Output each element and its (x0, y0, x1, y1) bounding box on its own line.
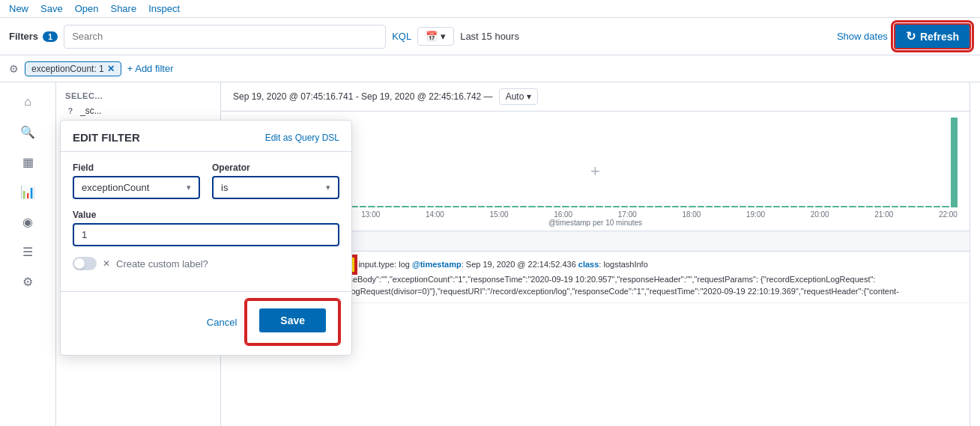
chart-bar (562, 206, 569, 207)
modal-title: EDIT FILTER (73, 131, 140, 144)
refresh-button[interactable]: ↻ Refresh (894, 23, 971, 49)
left-sidebar: ⌂ 🔍 ▦ 📊 ◉ ☰ ⚙ (0, 82, 56, 426)
chevron-down-icon: ▾ (441, 31, 446, 42)
sidebar-visualize-icon[interactable]: 📊 (14, 178, 41, 205)
modal-body: Field exceptionCount ▾ Operator is ▾ (61, 152, 351, 291)
nav-open[interactable]: Open (75, 3, 99, 14)
filter-bar: Filters 1 KQL 📅 ▾ Last 15 hours Show dat… (0, 18, 980, 55)
chart-bar (698, 206, 704, 207)
sidebar-settings-icon[interactable]: ⚙ (14, 268, 41, 295)
sidebar-ml-icon[interactable]: ☰ (14, 238, 41, 265)
calendar-icon: 📅 (426, 31, 438, 42)
chart-bar (419, 206, 426, 207)
auto-chevron-icon: ▾ (527, 91, 531, 102)
chart-bar (883, 206, 889, 207)
chart-bar (781, 206, 788, 207)
chart-bar (545, 206, 552, 207)
chart-bar (664, 206, 671, 207)
field-item[interactable]: ? _sc... (56, 103, 220, 118)
chart-bar (773, 206, 780, 207)
nav-new[interactable]: New (9, 3, 28, 14)
chart-bar (587, 206, 594, 207)
chart-bar (858, 206, 865, 207)
chart-bar (655, 206, 662, 207)
chart-bar (689, 206, 695, 207)
chart-bar (824, 206, 831, 207)
cancel-button[interactable]: Cancel (207, 317, 237, 328)
chart-bar (494, 206, 501, 207)
filter-pill[interactable]: exceptionCount: 1 ✕ (25, 61, 121, 76)
main-content: ⌂ 🔍 ▦ 📊 ◉ ☰ ⚙ Selec... ? _sc... Availa..… (0, 82, 980, 426)
chart-bar (765, 206, 772, 207)
chart-bar (629, 206, 636, 207)
chart-bar (605, 206, 611, 207)
chart-bar (537, 206, 544, 207)
sidebar-maps-icon[interactable]: ◉ (14, 208, 41, 235)
auto-select-button[interactable]: Auto ▾ (499, 88, 539, 105)
filters-label: Filters (9, 31, 38, 42)
chart-bar (849, 206, 856, 207)
field-operator-row: Field exceptionCount ▾ Operator is ▾ (73, 162, 339, 199)
gear-icon[interactable]: ⚙ (9, 63, 19, 75)
sidebar-dashboard-icon[interactable]: ▦ (14, 148, 41, 175)
save-button[interactable]: Save (259, 308, 326, 332)
sidebar-search-icon[interactable]: 🔍 (14, 118, 41, 145)
operator-label: Operator (212, 162, 339, 173)
date-range-bar: Sep 19, 2020 @ 07:45:16.741 - Sep 19, 20… (221, 82, 970, 112)
chart-bar (596, 206, 602, 207)
nav-share[interactable]: Share (110, 3, 136, 14)
nav-inspect[interactable]: Inspect (148, 3, 180, 14)
chart-bar (579, 206, 586, 207)
active-filters-row: ⚙ exceptionCount: 1 ✕ + Add filter (0, 55, 980, 82)
row-source-content: exceptionCount 1 input.type: log @timest… (269, 252, 970, 302)
auto-label: Auto (506, 91, 524, 102)
chart-bar (647, 206, 653, 207)
kql-button[interactable]: KQL (392, 31, 411, 42)
chart-bar (478, 206, 485, 207)
date-range-text: Sep 19, 2020 @ 07:45:16.741 - Sep 19, 20… (233, 91, 493, 102)
value-label: Value (73, 210, 339, 220)
chart-bar (621, 206, 628, 207)
selected-fields-section: Selec... (56, 88, 220, 103)
custom-label-row: ✕ Create custom label? (73, 257, 339, 270)
chart-bar (866, 206, 873, 207)
chart-bar (731, 206, 738, 207)
chart-bar (435, 206, 442, 207)
value-input[interactable] (73, 223, 339, 246)
chart-bar (908, 206, 915, 207)
sidebar-home-icon[interactable]: ⌂ (14, 88, 41, 115)
right-scrollbar (970, 82, 980, 426)
chart-bar (672, 206, 679, 207)
chart-bar (453, 206, 459, 207)
chart-bar (528, 206, 535, 207)
add-filter-button[interactable]: + Add filter (127, 63, 174, 74)
custom-label-text: Create custom label? (116, 258, 208, 270)
refresh-icon: ↻ (906, 29, 916, 43)
custom-label-toggle[interactable] (73, 257, 97, 270)
chart-bar (841, 206, 847, 207)
field-select-value: exceptionCount (82, 182, 149, 193)
modal-footer: Cancel Save (61, 291, 351, 355)
chart-bar (554, 206, 560, 207)
chart-bar (706, 206, 713, 207)
chart-bar (503, 206, 510, 207)
operator-select[interactable]: is ▾ (212, 176, 339, 199)
search-input[interactable] (64, 25, 386, 49)
edit-as-query-dsl-link[interactable]: Edit as Query DSL (265, 133, 339, 143)
show-dates-button[interactable]: Show dates (837, 31, 888, 42)
chart-bar (874, 206, 881, 207)
field-select[interactable]: exceptionCount ▾ (73, 176, 200, 199)
nav-save[interactable]: Save (40, 3, 63, 14)
operator-select-value: is (221, 182, 228, 193)
modal-header: EDIT FILTER Edit as Query DSL (61, 121, 351, 152)
filters-count-badge: 1 (43, 31, 58, 42)
chart-bar (942, 206, 949, 207)
chart-bar (934, 206, 940, 207)
field-type-icon: ? (65, 107, 76, 115)
operator-group: Operator is ▾ (212, 162, 339, 199)
filter-remove-button[interactable]: ✕ (107, 64, 115, 74)
row-message-text: message: {"responseBody":"","exceptionCo… (278, 273, 961, 298)
date-picker-button[interactable]: 📅 ▾ (417, 27, 454, 46)
chart-bar (722, 206, 729, 207)
chart-bar (680, 206, 687, 207)
